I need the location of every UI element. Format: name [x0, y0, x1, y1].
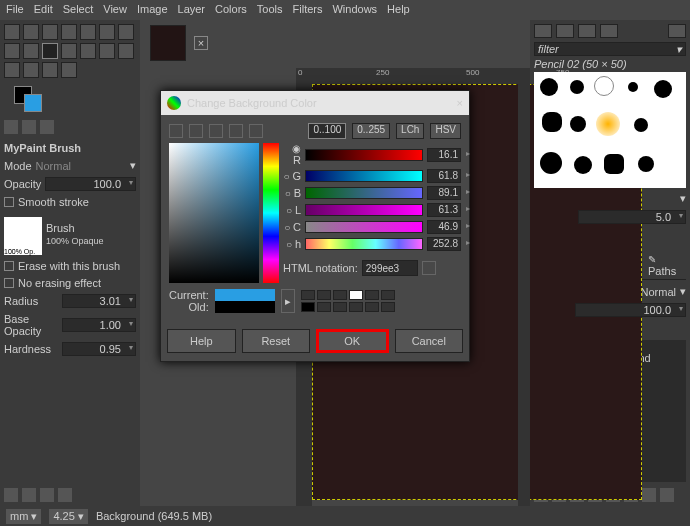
l-slider[interactable] [305, 204, 423, 216]
reset-options-icon[interactable] [58, 488, 72, 502]
tool-bucket[interactable] [118, 24, 134, 40]
menu-tools[interactable]: Tools [257, 3, 283, 17]
tool-options-icon[interactable] [40, 120, 54, 134]
c-slider[interactable] [305, 221, 423, 233]
hue-bar[interactable] [263, 143, 279, 283]
h-value[interactable]: 252.8 [427, 237, 461, 251]
b-slider[interactable] [305, 187, 423, 199]
gimp-picker-icon[interactable] [169, 124, 183, 138]
opacity-field[interactable]: 100.0 [45, 177, 136, 191]
range-0-100-button[interactable]: 0..100 [308, 123, 346, 139]
noerase-checkbox[interactable] [4, 278, 14, 288]
zoom-dropdown[interactable]: 4.25 ▾ [49, 509, 87, 524]
g-value[interactable]: 61.8 [427, 169, 461, 183]
menu-help[interactable]: Help [387, 3, 410, 17]
color-swatches[interactable] [14, 86, 50, 116]
patterns-tab[interactable] [556, 24, 574, 38]
delete-options-icon[interactable] [40, 488, 54, 502]
l-value[interactable]: 61.3 [427, 203, 461, 217]
preset-swatch[interactable] [317, 290, 331, 300]
unit-dropdown[interactable]: mm ▾ [6, 509, 41, 524]
filter-input[interactable]: filter [538, 43, 559, 55]
preset-swatch[interactable] [333, 302, 347, 312]
image-thumbnail[interactable] [150, 25, 186, 61]
tool-move[interactable] [4, 24, 20, 40]
lch-button[interactable]: LCh [396, 123, 424, 139]
brush-grid[interactable] [534, 72, 686, 188]
undo-history-icon[interactable] [4, 120, 18, 134]
watercolor-picker-icon[interactable] [209, 124, 223, 138]
tool-picker[interactable] [23, 62, 39, 78]
spacing-field[interactable]: 5.0 [578, 210, 686, 224]
preset-swatch[interactable] [333, 290, 347, 300]
tool-rotate[interactable] [80, 24, 96, 40]
eyedropper-icon[interactable] [422, 261, 436, 275]
menu-image[interactable]: Image [137, 3, 168, 17]
tool-eraser[interactable] [61, 43, 77, 59]
brushes-tab[interactable] [534, 24, 552, 38]
help-button[interactable]: Help [167, 329, 236, 353]
menu-edit[interactable]: Edit [34, 3, 53, 17]
hardness-field[interactable]: 0.95 [62, 342, 136, 356]
scrollbar-vertical[interactable] [518, 84, 530, 506]
smooth-stroke-checkbox[interactable] [4, 197, 14, 207]
tab-paths[interactable]: ✎ Paths [644, 252, 686, 279]
fonts-tab[interactable] [578, 24, 596, 38]
images-icon[interactable] [22, 120, 36, 134]
preset-swatch[interactable] [301, 302, 315, 312]
tool-crop[interactable] [61, 24, 77, 40]
reset-button[interactable]: Reset [242, 329, 311, 353]
cancel-button[interactable]: Cancel [395, 329, 464, 353]
tool-path[interactable] [118, 43, 134, 59]
brush-preview[interactable]: 100% Op. [4, 217, 42, 255]
history-tab[interactable] [600, 24, 618, 38]
preset-swatch[interactable] [349, 290, 363, 300]
erase-checkbox[interactable] [4, 261, 14, 271]
hsv-button[interactable]: HSV [430, 123, 461, 139]
b-value[interactable]: 89.1 [427, 186, 461, 200]
menu-select[interactable]: Select [63, 3, 94, 17]
h-slider[interactable] [305, 238, 423, 250]
swap-color-icon[interactable]: ▸ [281, 289, 295, 313]
palette-picker-icon[interactable] [249, 124, 263, 138]
tool-free-select[interactable] [42, 24, 58, 40]
tool-zoom[interactable] [61, 62, 77, 78]
menu-windows[interactable]: Windows [332, 3, 377, 17]
mask-layer-icon[interactable] [642, 488, 656, 502]
preset-swatch[interactable] [381, 302, 395, 312]
menu-layer[interactable]: Layer [178, 3, 206, 17]
range-0-255-button[interactable]: 0..255 [352, 123, 390, 139]
save-options-icon[interactable] [4, 488, 18, 502]
baseop-field[interactable]: 1.00 [62, 318, 136, 332]
tool-smudge[interactable] [99, 43, 115, 59]
r-slider[interactable] [305, 149, 423, 161]
preset-swatch[interactable] [365, 290, 379, 300]
c-value[interactable]: 46.9 [427, 220, 461, 234]
menubar[interactable]: File Edit Select View Image Layer Colors… [0, 0, 690, 20]
tool-clone[interactable] [80, 43, 96, 59]
sv-picker[interactable] [169, 143, 259, 283]
restore-options-icon[interactable] [22, 488, 36, 502]
tool-text[interactable] [4, 62, 20, 78]
menu-file[interactable]: File [6, 3, 24, 17]
menu-filters[interactable]: Filters [293, 3, 323, 17]
g-slider[interactable] [305, 170, 423, 182]
layer-opacity-field[interactable]: 100.0 [575, 303, 686, 317]
tool-pencil[interactable] [23, 43, 39, 59]
preset-swatch[interactable] [381, 290, 395, 300]
tool-mypaint[interactable] [42, 43, 58, 59]
mode-dropdown[interactable]: Normal [36, 160, 126, 172]
close-image-icon[interactable]: × [194, 36, 208, 50]
ok-button[interactable]: OK [316, 329, 389, 353]
preset-swatch[interactable] [317, 302, 331, 312]
cmyk-picker-icon[interactable] [189, 124, 203, 138]
close-icon[interactable]: × [457, 97, 463, 109]
menu-colors[interactable]: Colors [215, 3, 247, 17]
background-swatch[interactable] [24, 94, 42, 112]
tool-measure[interactable] [42, 62, 58, 78]
tool-warp[interactable] [99, 24, 115, 40]
radius-field[interactable]: 3.01 [62, 294, 136, 308]
menu-view[interactable]: View [103, 3, 127, 17]
del-layer-icon[interactable] [660, 488, 674, 502]
tab-menu-icon[interactable] [668, 24, 686, 38]
